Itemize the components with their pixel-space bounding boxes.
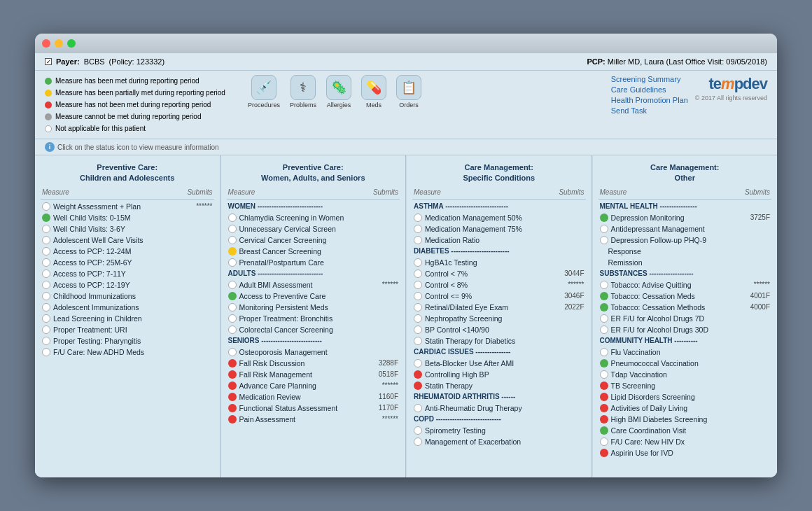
list-item[interactable]: ADULTS ---------------------------- <box>227 268 400 279</box>
list-item[interactable]: Access to PCP: 12-24M <box>41 246 214 257</box>
list-item[interactable]: Access to PCP: 25M-6Y <box>41 257 214 268</box>
meds-button[interactable]: 💊 Meds <box>361 75 386 108</box>
list-item[interactable]: Control < 8% ****** <box>412 279 586 290</box>
status-icon[interactable] <box>228 415 237 424</box>
status-icon[interactable] <box>600 303 608 312</box>
list-item[interactable]: CARDIAC ISSUES --------------- <box>412 346 586 358</box>
list-item[interactable]: SUBSTANCES ------------------- <box>598 268 772 279</box>
list-item[interactable]: Medication Ratio <box>412 234 586 246</box>
list-item[interactable]: Tobacco: Advise Quitting ****** <box>598 279 772 290</box>
status-icon[interactable] <box>600 382 608 390</box>
status-icon[interactable] <box>414 326 422 334</box>
problems-button[interactable]: ⚕ Problems <box>290 75 316 108</box>
status-icon[interactable] <box>228 326 237 334</box>
allergies-button[interactable]: 🦠 Allergies <box>326 75 351 108</box>
list-item[interactable]: Well Child Visits: 0-15M <box>41 212 214 223</box>
list-item[interactable]: Proper Treatment: Bronchitis <box>227 313 400 324</box>
status-icon[interactable] <box>600 326 608 334</box>
status-icon[interactable] <box>228 314 237 323</box>
status-icon[interactable] <box>600 225 608 233</box>
list-item[interactable]: Control < 7% 3044F <box>412 268 586 279</box>
status-icon[interactable] <box>600 415 608 424</box>
status-icon[interactable] <box>600 426 608 435</box>
status-icon[interactable] <box>42 258 50 267</box>
status-icon[interactable] <box>414 438 422 446</box>
list-item[interactable]: Fall Risk Discussion 3288F <box>227 358 400 369</box>
status-icon[interactable] <box>42 314 50 323</box>
status-icon[interactable] <box>600 348 608 356</box>
status-icon[interactable] <box>228 247 237 255</box>
procedures-button[interactable]: 💉 Procedures <box>248 75 280 108</box>
list-item[interactable]: Statin Therapy for Diabetics <box>412 335 586 346</box>
list-item[interactable]: Spirometry Testing <box>412 425 586 436</box>
status-icon[interactable] <box>228 348 237 356</box>
list-item[interactable]: Response <box>598 246 772 257</box>
status-icon[interactable] <box>228 281 237 289</box>
list-item[interactable]: Depression Monitoring 3725F <box>598 212 772 223</box>
list-item[interactable]: Chlamydia Screening in Women <box>227 212 400 223</box>
list-item[interactable]: Care Coordination Visit <box>598 425 772 436</box>
list-item[interactable]: Proper Treatment: URI <box>41 324 214 335</box>
list-item[interactable]: Advance Care Planning ****** <box>227 380 400 391</box>
status-icon[interactable] <box>600 404 608 412</box>
list-item[interactable]: Adolescent Immunizations <box>41 302 214 313</box>
list-item[interactable]: Retinal/Dilated Eye Exam 2022F <box>412 302 586 313</box>
list-item[interactable]: Breast Cancer Screening <box>227 246 400 257</box>
status-icon[interactable] <box>600 292 608 300</box>
status-icon[interactable] <box>414 404 422 412</box>
status-icon[interactable] <box>414 314 422 323</box>
status-icon[interactable] <box>600 438 608 446</box>
status-icon[interactable] <box>42 281 50 289</box>
status-icon[interactable] <box>42 303 50 312</box>
list-item[interactable]: Flu Vaccination <box>598 346 772 358</box>
list-item[interactable]: Pain Assessment ****** <box>227 414 400 425</box>
status-icon[interactable] <box>228 214 237 222</box>
list-item[interactable]: Unnecessary Cervical Screen <box>227 223 400 234</box>
list-item[interactable]: BP Control <140/90 <box>412 324 586 335</box>
status-icon[interactable] <box>42 292 50 300</box>
list-item[interactable]: F/U Care: New HIV Dx <box>598 436 772 447</box>
status-icon[interactable] <box>600 281 608 289</box>
send-task-link[interactable]: Send Task <box>611 106 688 115</box>
status-icon[interactable] <box>600 359 608 368</box>
list-item[interactable]: Lead Screening in Children <box>41 313 214 324</box>
list-item[interactable]: Lipid Disorders Screening <box>598 391 772 402</box>
list-item[interactable]: Beta-Blocker Use After AMI <box>412 358 586 369</box>
list-item[interactable]: DIABETES ------------------------- <box>412 246 586 257</box>
list-item[interactable]: Well Child Visits: 3-6Y <box>41 223 214 234</box>
status-icon[interactable] <box>414 337 422 345</box>
list-item[interactable]: ASTHMA --------------------------- <box>412 201 586 212</box>
status-icon[interactable] <box>414 225 422 233</box>
list-item[interactable]: F/U Care: New ADHD Meds <box>41 346 214 358</box>
list-item[interactable]: Adult BMI Assessment ****** <box>227 279 400 290</box>
list-item[interactable]: Tobacco: Cessation Meds 4001F <box>598 290 772 302</box>
status-icon[interactable] <box>414 270 422 278</box>
list-item[interactable]: Remission <box>598 257 772 268</box>
list-item[interactable]: Antidepressant Management <box>598 223 772 234</box>
list-item[interactable]: Access to PCP: 12-19Y <box>41 279 214 290</box>
status-icon[interactable] <box>228 359 237 368</box>
list-item[interactable]: Access to PCP: 7-11Y <box>41 268 214 279</box>
list-item[interactable]: HgBA1c Testing <box>412 257 586 268</box>
list-item[interactable]: Pneumococcal Vaccination <box>598 358 772 369</box>
screening-summary-link[interactable]: Screening Summary <box>611 75 688 83</box>
list-item[interactable]: Control <= 9% 3046F <box>412 290 586 302</box>
status-icon[interactable] <box>414 382 422 390</box>
status-icon[interactable] <box>42 202 50 211</box>
status-icon[interactable] <box>228 393 237 401</box>
status-icon[interactable] <box>414 359 422 368</box>
status-icon[interactable] <box>228 292 237 300</box>
list-item[interactable]: Adolescent Well Care Visits <box>41 234 214 246</box>
status-icon[interactable] <box>600 214 608 222</box>
list-item[interactable]: Aspirin Use for IVD <box>598 447 772 458</box>
status-icon[interactable] <box>228 303 237 312</box>
status-icon[interactable] <box>42 337 50 345</box>
health-promotion-link[interactable]: Health Promotion Plan <box>611 96 688 104</box>
status-icon[interactable] <box>42 270 50 278</box>
status-icon[interactable] <box>228 370 237 379</box>
list-item[interactable]: Tobacco: Cessation Methods 4000F <box>598 302 772 313</box>
status-icon[interactable] <box>600 449 608 457</box>
status-icon[interactable] <box>600 314 608 323</box>
list-item[interactable]: Osteoporosis Management <box>227 346 400 358</box>
list-item[interactable]: Nephropathy Screening <box>412 313 586 324</box>
